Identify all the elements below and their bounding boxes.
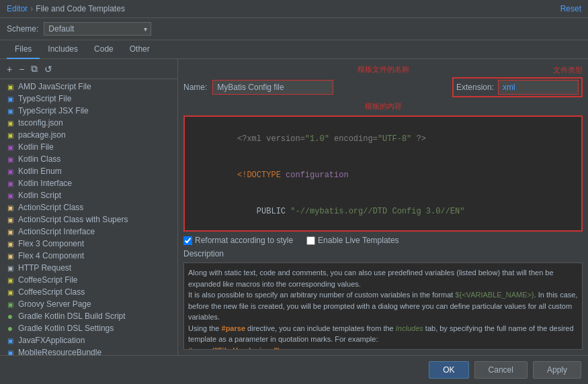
main-content: + − ⧉ ↺ ▣ AMD JavaScript File ▣ TypeScri… <box>0 59 588 355</box>
list-item-label: Kotlin Interface <box>18 179 72 188</box>
list-item-label: MobileResourceBundle <box>18 348 101 355</box>
dialog-container: Editor › File and Code Templates Reset S… <box>0 0 588 384</box>
list-item[interactable]: ▣ ActionScript Interface <box>0 226 177 238</box>
cancel-button[interactable]: Cancel <box>474 361 528 379</box>
flex-icon: ▣ <box>5 239 15 248</box>
breadcrumb-current: File and Code Templates <box>36 4 125 13</box>
scheme-select-wrapper: Default ▾ <box>44 22 151 36</box>
scheme-label: Scheme: <box>7 24 38 34</box>
desc-highlight-parse: #parse <box>222 324 245 332</box>
list-item[interactable]: ▣ package.json <box>0 129 177 141</box>
code-line: <!DOCTYPE configuration <box>189 157 577 193</box>
code-editor[interactable]: <?xml version="1.0" encoding="UTF-8" ?> … <box>183 115 583 232</box>
list-item[interactable]: ▣ CoffeeScript Class <box>0 286 177 298</box>
list-item-label: Kotlin Script <box>18 191 61 200</box>
description-box: Along with static text, code and comment… <box>183 262 583 350</box>
list-item[interactable]: ▣ MobileResourceBundle <box>0 346 177 355</box>
live-templates-checkbox-label[interactable]: Enable Live Templates <box>306 236 399 245</box>
desc-text-2: It is also possible to specify an arbitr… <box>188 291 455 299</box>
right-panel: 模板文件的名称 Name: 文件类型 Extension: <box>178 59 588 355</box>
desc-includes-link: Includes <box>396 324 423 332</box>
list-item[interactable]: ▣ TypeScript File <box>0 93 177 105</box>
desc-text-1: Along with static text, code and comment… <box>188 269 554 288</box>
code-line: "http://mybatis.org/dtd/mybatis-3-config… <box>189 230 577 232</box>
kotlin-icon: ▣ <box>5 179 15 188</box>
coffee-icon: ▣ <box>5 287 15 297</box>
breadcrumb: Editor › File and Code Templates <box>7 4 125 13</box>
list-item[interactable]: ▣ HTTP Request <box>0 262 177 274</box>
reformat-label: Reformat according to style <box>195 236 293 245</box>
list-item[interactable]: ▣ CoffeeScript File <box>0 274 177 286</box>
checkboxes-row: Reformat according to style Enable Live … <box>183 236 583 245</box>
tab-code[interactable]: Code <box>86 40 122 59</box>
list-item[interactable]: ▣ TypeScript JSX File <box>0 105 177 117</box>
list-item[interactable]: ▣ Flex 3 Component <box>0 238 177 250</box>
list-item-label: AMD JavaScript File <box>18 82 91 91</box>
live-templates-checkbox[interactable] <box>306 236 315 245</box>
list-item[interactable]: ● Gradle Kotlin DSL Settings <box>0 322 177 334</box>
list-item-label: Gradle Kotlin DSL Build Script <box>18 311 126 321</box>
code-line: PUBLIC "-//mybatis.org//DTD Config 3.0//… <box>189 193 577 230</box>
reformat-checkbox-label[interactable]: Reformat according to style <box>183 236 293 245</box>
reset-link[interactable]: Reset <box>560 4 581 13</box>
list-item[interactable]: ▣ Kotlin Interface <box>0 177 177 189</box>
reformat-checkbox[interactable] <box>183 236 192 245</box>
list-item-label: CoffeeScript File <box>18 275 77 285</box>
list-item[interactable]: ▣ Kotlin File <box>0 141 177 153</box>
apply-button[interactable]: Apply <box>533 361 581 379</box>
list-item-label: Kotlin Class <box>18 154 60 164</box>
list-item[interactable]: ▣ Flex 4 Component <box>0 250 177 262</box>
name-label: Name: <box>183 83 207 92</box>
list-item[interactable]: ▣ ActionScript Class with Supers <box>0 213 177 226</box>
desc-code-ref: ${<VARIABLE_NAME>} <box>455 291 534 299</box>
live-templates-label: Enable Live Templates <box>318 236 399 245</box>
gradle-icon: ● <box>5 324 15 333</box>
description-label: Description <box>183 249 583 258</box>
description-section: Description Along with static text, code… <box>183 249 583 350</box>
list-item-label: ActionScript Interface <box>18 227 95 236</box>
java-icon: ▣ <box>5 336 15 345</box>
reset-item-button[interactable]: ↺ <box>42 62 55 76</box>
list-item[interactable]: ▣ ActionScript Class <box>0 201 177 213</box>
desc-parse-example: #parse("File Header.java") <box>188 346 280 350</box>
list-item[interactable]: ▣ Kotlin Class <box>0 153 177 165</box>
list-item[interactable]: ▣ Kotlin Enum <box>0 165 177 177</box>
footer: OK Cancel Apply <box>0 355 588 384</box>
name-input[interactable] <box>212 80 333 95</box>
list-item[interactable]: ● Gradle Kotlin DSL Build Script <box>0 310 177 322</box>
kotlin-icon: ▣ <box>5 166 15 176</box>
list-item[interactable]: ▣ tsconfig.json <box>0 117 177 129</box>
list-item[interactable]: ▣ JavaFXApplication <box>0 334 177 346</box>
tab-other[interactable]: Other <box>122 40 158 59</box>
tab-files[interactable]: Files <box>7 40 40 59</box>
list-item-label: Flex 4 Component <box>18 251 84 260</box>
scheme-select[interactable]: Default <box>44 22 151 36</box>
ts-icon: ▣ <box>5 106 15 115</box>
list-item-label: ActionScript Class with Supers <box>18 215 128 224</box>
tab-includes[interactable]: Includes <box>40 40 86 59</box>
json-icon: ▣ <box>5 130 15 140</box>
breadcrumb-editor[interactable]: Editor <box>7 4 28 13</box>
copy-button[interactable]: ⧉ <box>28 62 40 76</box>
js-icon: ▣ <box>5 82 15 91</box>
list-item-label: Kotlin Enum <box>18 166 62 176</box>
list-item-label: Groovy Server Page <box>18 299 91 309</box>
list-item-label: Flex 3 Component <box>18 239 84 248</box>
remove-button[interactable]: − <box>16 62 27 76</box>
extension-input[interactable] <box>498 80 579 95</box>
template-name-annotation: 模板文件的名称 <box>358 65 409 73</box>
as-icon: ▣ <box>5 227 15 236</box>
list-item[interactable]: ▣ AMD JavaScript File <box>0 81 177 93</box>
kotlin-icon: ▣ <box>5 154 15 164</box>
ok-button[interactable]: OK <box>429 361 468 379</box>
groovy-icon: ▣ <box>5 299 15 309</box>
list-item[interactable]: ▣ Groovy Server Page <box>0 298 177 310</box>
list-item-label: TypeScript File <box>18 94 71 103</box>
flex-icon: ▣ <box>5 251 15 260</box>
list-item-label: Kotlin File <box>18 142 54 152</box>
add-button[interactable]: + <box>4 62 15 76</box>
list-item-label: CoffeeScript Class <box>18 287 85 297</box>
list-item[interactable]: ▣ Kotlin Script <box>0 189 177 201</box>
gradle-icon: ● <box>5 311 15 321</box>
extension-wrapper: Extension: <box>452 77 583 97</box>
